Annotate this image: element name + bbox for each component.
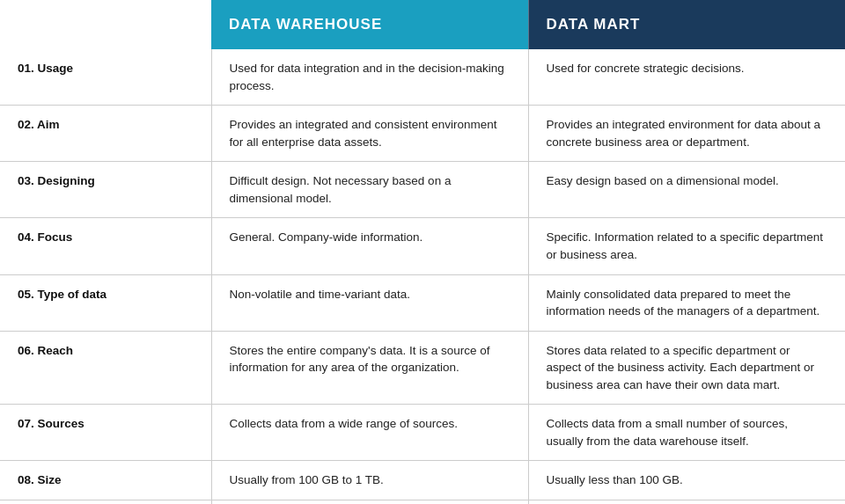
row-label: 01. Usage	[0, 49, 211, 106]
row-dm-cell: Used for concrete strategic decisions.	[528, 49, 845, 106]
row-dm-cell: The implementation process usually takes…	[528, 500, 845, 505]
row-dw-cell: Usually from 100 GB to 1 TB.	[211, 461, 528, 500]
row-dw-cell: Non-volatile and time-variant data.	[211, 274, 528, 331]
row-dm-cell: Provides an integrated environment for d…	[528, 106, 845, 162]
row-dw-cell: Used for data integration and in the dec…	[211, 49, 528, 106]
row-dw-cell: Stores the entire company's data. It is …	[211, 331, 528, 405]
table-row: 07. SourcesCollects data from a wide ran…	[0, 405, 845, 461]
row-dw-cell: Provides an integrated and consistent en…	[211, 106, 528, 162]
row-dw-cell: Difficult design. Not necessary based on…	[211, 162, 528, 218]
row-label: 09. Implementation time	[0, 500, 211, 505]
row-label: 05. Type of data	[0, 274, 211, 331]
row-dm-cell: Specific. Information related to a speci…	[528, 218, 845, 274]
row-dw-cell: The implementation process can take from…	[211, 500, 528, 505]
header-label-cell	[0, 0, 211, 49]
row-dm-cell: Collects data from a small number of sou…	[528, 405, 845, 461]
header-dm: DATA MART	[528, 0, 845, 49]
table-row: 02. AimProvides an integrated and consis…	[0, 106, 845, 162]
table-row: 04. FocusGeneral. Company-wide informati…	[0, 218, 845, 274]
row-label: 06. Reach	[0, 331, 211, 405]
row-label: 02. Aim	[0, 106, 211, 162]
table-row: 08. SizeUsually from 100 GB to 1 TB.Usua…	[0, 461, 845, 500]
table-row: 01. UsageUsed for data integration and i…	[0, 49, 845, 106]
row-label: 07. Sources	[0, 405, 211, 461]
row-dw-cell: General. Company-wide information.	[211, 218, 528, 274]
row-dm-cell: Mainly consolidated data prepared to mee…	[528, 274, 845, 331]
table-row: 03. DesigningDifficult design. Not neces…	[0, 162, 845, 218]
table-row: 09. Implementation timeThe implementatio…	[0, 500, 845, 505]
table-row: 06. ReachStores the entire company's dat…	[0, 331, 845, 405]
row-label: 03. Designing	[0, 162, 211, 218]
row-label: 04. Focus	[0, 218, 211, 274]
comparison-table: DATA WAREHOUSE DATA MART 01. UsageUsed f…	[0, 0, 845, 504]
row-dw-cell: Collects data from a wide range of sourc…	[211, 405, 528, 461]
header-dw: DATA WAREHOUSE	[211, 0, 528, 49]
row-dm-cell: Easy design based on a dimensional model…	[528, 162, 845, 218]
table-row: 05. Type of dataNon-volatile and time-va…	[0, 274, 845, 331]
row-dm-cell: Usually less than 100 GB.	[528, 461, 845, 500]
row-label: 08. Size	[0, 461, 211, 500]
row-dm-cell: Stores data related to a specific depart…	[528, 331, 845, 405]
